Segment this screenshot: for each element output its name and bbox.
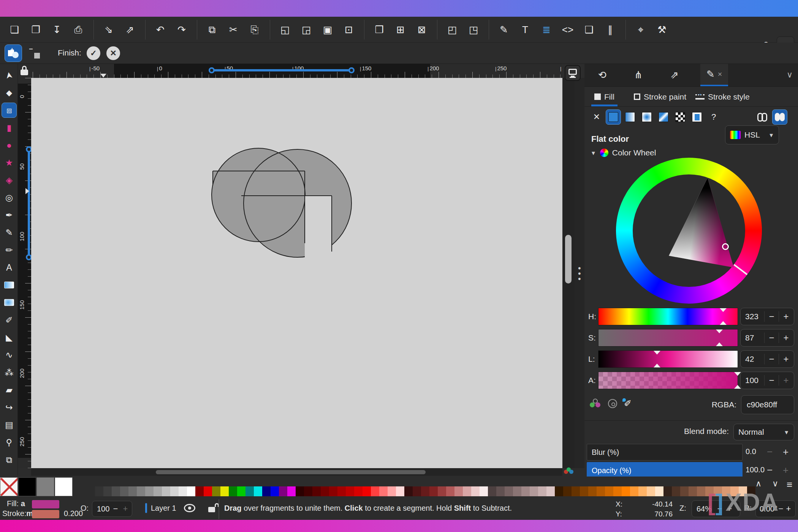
palette-swatch[interactable] — [137, 486, 145, 496]
vertical-scrollbar[interactable] — [562, 78, 575, 468]
mesh-gradient-tool[interactable] — [2, 295, 17, 310]
palette-swatch[interactable] — [730, 486, 739, 496]
slider-marker[interactable] — [654, 364, 660, 367]
print-icon[interactable]: ⎙ — [69, 21, 87, 39]
palette-swatch[interactable] — [55, 477, 73, 496]
opacity-decrement-button[interactable]: − — [767, 464, 773, 476]
palette-swatch[interactable] — [555, 486, 563, 496]
box-3d-tool[interactable]: ◈ — [2, 173, 17, 188]
palette-swatch[interactable] — [254, 486, 262, 496]
palette-swatch[interactable] — [154, 486, 162, 496]
tab-stroke-paint[interactable]: Stroke paint — [634, 87, 686, 106]
blend-mode-dropdown[interactable]: Normal ▼ — [733, 424, 794, 440]
increment-button[interactable]: + — [779, 354, 793, 364]
slider-value[interactable]: 42 — [741, 355, 764, 364]
palette-swatch[interactable] — [480, 486, 488, 496]
palette-swatch[interactable] — [304, 486, 312, 496]
palette-swatch[interactable] — [471, 486, 480, 496]
increment-button[interactable]: + — [779, 375, 793, 386]
palette-swatch[interactable] — [505, 486, 513, 496]
color-wheel[interactable] — [616, 158, 762, 304]
layers-dialog-icon[interactable]: ≣ — [537, 21, 556, 39]
palette-swatch[interactable] — [739, 486, 747, 496]
spiral-tool[interactable]: ◎ — [2, 190, 17, 205]
dock-tab-path-effects[interactable]: ⋔ — [628, 64, 649, 86]
dock-tab-fill-stroke[interactable]: ✎× — [700, 64, 728, 86]
fill-rule-nonzero-button[interactable] — [772, 109, 787, 125]
paint-bucket-tool[interactable]: ◣ — [2, 330, 17, 345]
palette-swatch[interactable] — [438, 486, 446, 496]
palette-swatch[interactable] — [396, 486, 404, 496]
palette-swatch[interactable] — [697, 486, 705, 496]
color-wheel-expander[interactable]: ▼ Color Wheel — [591, 148, 656, 157]
redo-icon[interactable]: ↷ — [173, 21, 191, 39]
group-icon[interactable]: ◰ — [443, 21, 461, 39]
current-layer-selector[interactable]: Layer 1 — [145, 503, 176, 513]
slider-marker[interactable] — [720, 308, 727, 312]
palette-swatch[interactable] — [588, 486, 597, 496]
dock-tab-history[interactable]: ⟲ — [592, 64, 613, 86]
connector-tool[interactable]: ↪ — [2, 400, 17, 415]
rgba-input[interactable]: c90e80ff — [741, 395, 794, 414]
decrement-button[interactable]: − — [764, 375, 779, 386]
display-mode-icon[interactable] — [565, 65, 581, 81]
palette-swatch[interactable] — [463, 486, 471, 496]
object-opacity-value[interactable]: 100 — [92, 505, 111, 513]
save-document-icon[interactable]: ↧ — [48, 21, 66, 39]
palette-swatch[interactable] — [538, 486, 546, 496]
palette-swatch[interactable] — [95, 486, 103, 496]
slider-track-l[interactable] — [598, 350, 738, 368]
vertical-scrollbar-thumb[interactable] — [565, 235, 572, 283]
copy-icon[interactable]: ⧉ — [203, 21, 221, 39]
spray-tool[interactable]: ⁂ — [2, 365, 17, 380]
palette-swatch[interactable] — [488, 486, 496, 496]
zoom-value[interactable]: 64% — [692, 505, 715, 513]
layer-lock-icon[interactable] — [208, 503, 217, 513]
increment-button[interactable]: + — [779, 311, 793, 322]
palette-swatch[interactable] — [421, 486, 429, 496]
palette-swatch[interactable] — [580, 486, 588, 496]
slider-spinbox[interactable]: 87−+ — [740, 329, 794, 347]
panel-resize-handle[interactable]: ••• — [575, 78, 584, 468]
selector-tool[interactable]: ➤ — [2, 68, 17, 83]
palette-swatch[interactable] — [170, 486, 179, 496]
slider-value[interactable]: 87 — [741, 333, 764, 342]
palette-swatch[interactable] — [513, 486, 521, 496]
undo-icon[interactable]: ↶ — [151, 21, 169, 39]
palette-swatch[interactable] — [722, 486, 730, 496]
horizontal-scrollbar-thumb[interactable] — [156, 470, 426, 474]
palette-swatch[interactable] — [404, 486, 413, 496]
palette-swatch[interactable] — [103, 486, 112, 496]
fill-stroke-dialog-icon[interactable]: ✎ — [495, 21, 513, 39]
palette-swatch[interactable] — [605, 486, 613, 496]
text-dialog-icon[interactable]: T — [516, 21, 534, 39]
clone-icon[interactable]: ⊞ — [391, 21, 410, 39]
hsl-triangle[interactable] — [616, 158, 762, 304]
cut-icon[interactable]: ✂ — [224, 21, 242, 39]
zoom-spinner[interactable]: 64% − + — [692, 500, 740, 517]
palette-swatch[interactable] — [36, 477, 54, 496]
shape-builder-tool[interactable]: ⧈ — [2, 103, 17, 118]
color-model-dropdown[interactable]: HSL ▼ — [725, 125, 779, 144]
palette-swatch[interactable] — [279, 486, 287, 496]
palette-swatch[interactable] — [312, 486, 321, 496]
slider-value[interactable]: 100 — [741, 376, 764, 385]
zoom-plus-button[interactable]: + — [725, 504, 735, 514]
duplicate-icon[interactable]: ❒ — [370, 21, 388, 39]
palette-swatch[interactable] — [747, 486, 755, 496]
pick-color-dropper-icon[interactable]: ✐ — [624, 398, 632, 409]
slider-spinbox[interactable]: 42−+ — [740, 350, 794, 368]
unlink-clone-icon[interactable]: ⊠ — [413, 21, 431, 39]
no-paint-button[interactable]: ✕ — [589, 109, 604, 125]
zoom-minus-button[interactable]: − — [715, 504, 725, 514]
eraser-tool[interactable]: ▰ — [2, 382, 17, 397]
color-management-icon[interactable] — [564, 467, 574, 476]
tab-fill[interactable]: Fill — [594, 87, 614, 106]
ungroup-icon[interactable]: ◳ — [464, 21, 483, 39]
palette-swatch[interactable] — [271, 486, 279, 496]
palette-swatch[interactable] — [680, 486, 689, 496]
checker-pattern-button[interactable] — [673, 109, 688, 125]
palette-menu-button[interactable]: ≡ — [787, 479, 792, 491]
align-distribute-icon[interactable]: ∥ — [601, 21, 619, 39]
slider-track-h[interactable] — [598, 308, 738, 325]
